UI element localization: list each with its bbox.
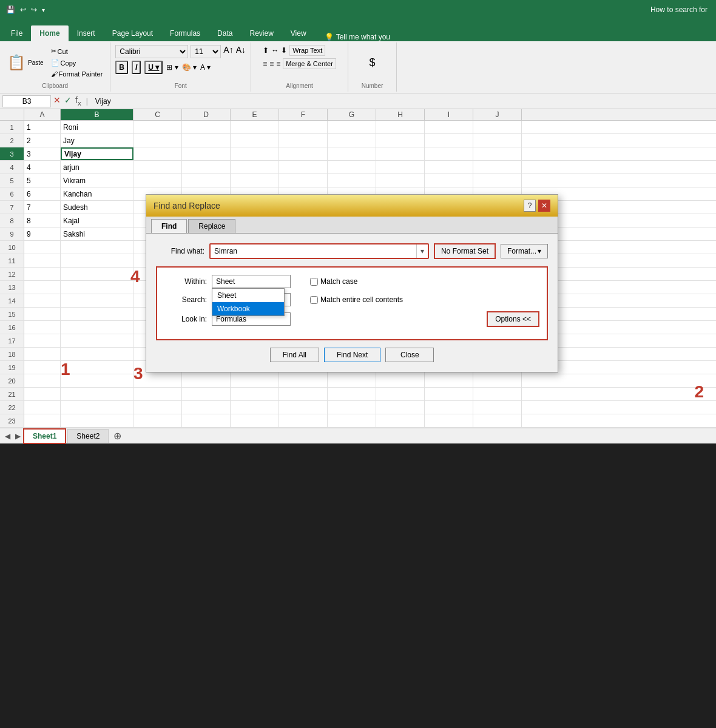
cell[interactable] (425, 414, 473, 427)
cell-a[interactable]: 9 (24, 228, 61, 240)
find-dropdown-arrow[interactable]: ▾ (416, 244, 428, 258)
cell[interactable] (376, 388, 425, 400)
cell-b[interactable]: Roni (61, 121, 133, 133)
cell[interactable] (473, 147, 522, 160)
options-button[interactable]: Options << (487, 311, 539, 327)
match-entire-checkbox[interactable] (310, 296, 318, 304)
underline-button[interactable]: U ▾ (144, 61, 163, 74)
cell[interactable] (328, 134, 376, 147)
cell[interactable] (182, 121, 231, 133)
cut-button[interactable]: ✂ Cut (49, 46, 106, 56)
col-header-f[interactable]: F (279, 109, 328, 120)
cell[interactable] (473, 388, 522, 400)
row-number[interactable]: 14 (0, 294, 24, 307)
increase-font-icon[interactable]: A↑ (223, 45, 233, 58)
match-case-checkbox[interactable] (310, 278, 318, 286)
row-number[interactable]: 22 (0, 401, 24, 414)
row-number[interactable]: 21 (0, 388, 24, 400)
wrap-text-button[interactable]: Wrap Text (289, 45, 325, 56)
cell[interactable] (473, 414, 522, 427)
close-button[interactable]: Close (385, 348, 434, 362)
cell[interactable] (473, 374, 522, 387)
cell[interactable] (376, 414, 425, 427)
row-number[interactable]: 10 (0, 241, 24, 254)
sheet-nav-left[interactable]: ◀ (2, 432, 13, 440)
currency-icon[interactable]: $ (370, 56, 376, 69)
row-number[interactable]: 3 (0, 147, 24, 160)
cell[interactable] (182, 134, 231, 147)
find-what-input[interactable] (211, 244, 416, 258)
cell-b[interactable] (61, 401, 133, 414)
cell-b[interactable] (61, 348, 133, 360)
cell[interactable] (425, 147, 473, 160)
cell[interactable] (182, 401, 231, 414)
copy-button[interactable]: 📄 Copy (49, 58, 106, 68)
cell[interactable] (133, 121, 182, 133)
cell-a[interactable] (24, 361, 61, 374)
cell[interactable] (376, 121, 425, 133)
cell-b[interactable]: Sudesh (61, 201, 133, 214)
row-number[interactable]: 1 (0, 121, 24, 133)
cell[interactable] (231, 374, 279, 387)
row-number[interactable]: 17 (0, 334, 24, 347)
row-number[interactable]: 19 (0, 361, 24, 374)
cell[interactable] (279, 374, 328, 387)
cell-a[interactable] (24, 254, 61, 267)
cell-a[interactable] (24, 334, 61, 347)
cell[interactable] (473, 401, 522, 414)
align-top-icon[interactable]: ⬆ (263, 46, 269, 55)
cell-b[interactable]: Vijay (61, 147, 133, 160)
row-number[interactable]: 16 (0, 321, 24, 334)
dialog-help-button[interactable]: ? (524, 200, 536, 212)
cell-b[interactable]: Jay (61, 134, 133, 147)
format-dropdown-arrow[interactable]: ▾ (538, 247, 541, 255)
cell[interactable] (231, 134, 279, 147)
tab-formulas[interactable]: Formulas (161, 25, 209, 41)
cell-a[interactable] (24, 321, 61, 334)
tab-view[interactable]: View (282, 25, 315, 41)
cell[interactable] (376, 147, 425, 160)
add-sheet-button[interactable]: ⊕ (110, 430, 125, 442)
col-header-g[interactable]: G (328, 109, 376, 120)
col-header-i[interactable]: I (425, 109, 473, 120)
cell[interactable] (425, 161, 473, 174)
cell[interactable] (328, 388, 376, 400)
row-number[interactable]: 11 (0, 254, 24, 267)
italic-button[interactable]: I (132, 61, 141, 74)
cell[interactable] (231, 161, 279, 174)
align-center-icon[interactable]: ≡ (269, 59, 274, 68)
sheet-tab-1[interactable]: Sheet1 (23, 428, 66, 444)
font-name-select[interactable]: Calibri (115, 45, 188, 58)
cell-b[interactable] (61, 294, 133, 307)
cell-a[interactable]: 8 (24, 214, 61, 227)
cell-b[interactable] (61, 308, 133, 320)
align-left-icon[interactable]: ≡ (263, 59, 267, 68)
cell-a[interactable]: 5 (24, 174, 61, 187)
cell[interactable] (328, 374, 376, 387)
undo-icon[interactable]: ↩ (20, 5, 26, 14)
name-box[interactable] (2, 95, 51, 107)
align-bottom-icon[interactable]: ⬇ (281, 46, 287, 55)
cell[interactable] (376, 161, 425, 174)
cell-b[interactable] (61, 361, 133, 374)
cell[interactable] (376, 174, 425, 187)
cell-b[interactable]: Kajal (61, 214, 133, 227)
row-number[interactable]: 6 (0, 187, 24, 200)
cell[interactable] (279, 174, 328, 187)
cell[interactable] (231, 121, 279, 133)
col-header-d[interactable]: D (182, 109, 231, 120)
cell-a[interactable] (24, 268, 61, 280)
cell[interactable] (182, 388, 231, 400)
cell-b[interactable]: Sakshi (61, 228, 133, 240)
cell-a[interactable] (24, 374, 61, 387)
row-number[interactable]: 5 (0, 174, 24, 187)
formula-input[interactable] (93, 97, 714, 106)
customize-icon[interactable]: ▾ (42, 7, 45, 13)
cell-a[interactable] (24, 414, 61, 427)
fill-color-icon[interactable]: 🎨 ▾ (182, 63, 197, 72)
cell[interactable] (328, 174, 376, 187)
cell[interactable] (279, 401, 328, 414)
cell[interactable] (279, 388, 328, 400)
cell-b[interactable] (61, 388, 133, 400)
row-number[interactable]: 2 (0, 134, 24, 147)
